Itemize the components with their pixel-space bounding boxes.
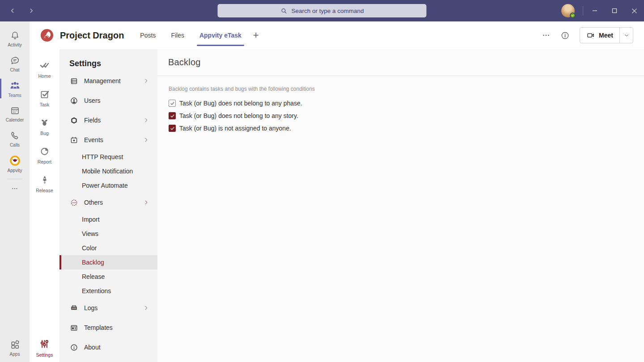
video-camera-icon: [586, 31, 595, 40]
sidebar-item-label: Calls: [10, 143, 20, 147]
settings-item-templates[interactable]: Templates: [59, 318, 157, 337]
module-settings[interactable]: Settings: [30, 333, 59, 362]
back-button[interactable]: [5, 4, 20, 18]
double-check-icon: [38, 59, 51, 71]
settings-item-extentions[interactable]: Extentions: [59, 284, 157, 298]
apps-grid-icon: [9, 339, 21, 350]
check-icon: [170, 101, 175, 106]
appvity-logo: [9, 155, 21, 167]
maximize-button[interactable]: [605, 0, 624, 21]
presence-available-icon: [570, 13, 576, 18]
forward-button[interactable]: [24, 4, 38, 18]
chevron-right-icon: [143, 78, 149, 84]
module-release[interactable]: Release: [30, 169, 59, 198]
settings-item-mobile-notification[interactable]: Mobile Notification: [59, 164, 157, 178]
settings-item-views[interactable]: Views: [59, 227, 157, 241]
settings-item-events[interactable]: Events: [59, 130, 157, 150]
header-actions: Meet: [542, 27, 633, 43]
chevron-right-icon: [143, 305, 149, 311]
sidebar-item-activity[interactable]: Activity: [0, 26, 30, 51]
settings-item-users[interactable]: Users: [59, 91, 157, 110]
settings-item-http-request[interactable]: HTTP Request: [59, 150, 157, 164]
management-icon: [69, 76, 79, 86]
page-header: Backlog: [157, 49, 644, 76]
etask-module-rail: Home Task Bug Report Release: [30, 49, 59, 362]
info-icon: [560, 31, 570, 40]
teams-title-bar: Search or type a command: [0, 0, 644, 21]
phone-icon: [9, 130, 21, 141]
sidebar-item-calls[interactable]: Calls: [0, 126, 30, 151]
hexagon-icon: [69, 116, 79, 125]
module-label: Report: [38, 159, 52, 164]
condition-row-story[interactable]: Task (or Bug) does not belong to any sto…: [169, 109, 644, 122]
sidebar-item-apps[interactable]: Apps: [0, 335, 30, 360]
module-report[interactable]: Report: [30, 140, 59, 169]
meet-split-button: Meet: [580, 27, 633, 43]
sidebar-item-appvity[interactable]: Appvity: [0, 151, 30, 176]
tab-files[interactable]: Files: [171, 21, 184, 49]
search-icon: [280, 7, 288, 15]
add-tab-button[interactable]: +: [253, 29, 259, 41]
sidebar-item-label: Activity: [8, 42, 22, 47]
settings-item-release[interactable]: Release: [59, 269, 157, 284]
settings-item-import[interactable]: Import: [59, 212, 157, 227]
ellipsis-circle-icon: [69, 198, 79, 207]
module-bug[interactable]: Bug: [30, 112, 59, 140]
backlog-settings-pane: Backlog Backlog contains tasks and bugs …: [157, 49, 644, 362]
sidebar-item-chat[interactable]: Chat: [0, 51, 30, 76]
nav-history: [0, 4, 38, 18]
settings-item-fields[interactable]: Fields: [59, 110, 157, 130]
module-task[interactable]: Task: [30, 83, 59, 112]
module-home[interactable]: Home: [30, 55, 59, 83]
chevron-right-icon: [143, 117, 149, 123]
sidebar-item-label: Chat: [10, 67, 19, 72]
settings-item-power-automate[interactable]: Power Automate: [59, 178, 157, 193]
log-badge-icon: LOG: [69, 303, 79, 313]
minimize-button[interactable]: [585, 0, 605, 21]
meet-dropdown-button[interactable]: [619, 28, 633, 43]
sliders-icon: [38, 338, 51, 350]
settings-item-management[interactable]: Management: [59, 71, 157, 91]
tab-posts[interactable]: Posts: [140, 21, 156, 49]
condition-row-assigned[interactable]: Task (or Bug) is not assigned to anyone.: [169, 122, 644, 135]
channel-info-button[interactable]: [560, 31, 570, 40]
more-options-button[interactable]: [542, 31, 551, 40]
checkbox-phase[interactable]: [169, 100, 176, 107]
sidebar-item-label: Appvity: [8, 168, 22, 173]
ellipsis-icon: [11, 185, 19, 193]
chevron-right-icon: [143, 137, 149, 143]
settings-item-color[interactable]: Color: [59, 241, 157, 255]
settings-item-about[interactable]: About: [59, 337, 157, 357]
more-options-icon: [542, 31, 551, 40]
settings-item-logs[interactable]: LOG Logs: [59, 298, 157, 318]
meet-button[interactable]: Meet: [580, 28, 619, 43]
user-avatar[interactable]: [561, 4, 575, 17]
tab-appvity-etask[interactable]: Appvity eTask: [199, 21, 242, 49]
user-circle-icon: [69, 96, 79, 105]
svg-text:LOG: LOG: [72, 307, 76, 309]
more-apps-button[interactable]: [0, 182, 30, 195]
module-label: Task: [40, 102, 50, 107]
chat-icon: [9, 55, 21, 66]
calendar-icon: [9, 105, 21, 116]
settings-item-backlog[interactable]: Backlog: [59, 255, 157, 269]
settings-item-others[interactable]: Others: [59, 193, 157, 212]
checkbox-assigned[interactable]: [169, 125, 176, 132]
info-circle-icon: [69, 343, 79, 352]
condition-row-phase[interactable]: Task (or Bug) does not belong to any pha…: [169, 97, 644, 109]
titlebar-divider: [583, 6, 583, 16]
bug-icon: [38, 116, 51, 128]
rocket-icon: [39, 174, 51, 185]
search-input[interactable]: Search or type a command: [218, 4, 427, 17]
chevron-left-icon: [9, 7, 16, 14]
module-label: Release: [36, 188, 53, 193]
checkbox-story[interactable]: [169, 112, 176, 119]
check-icon: [170, 114, 175, 118]
close-icon: [631, 8, 637, 14]
sidebar-item-teams[interactable]: Teams: [0, 76, 30, 101]
chevron-down-icon: [623, 32, 630, 38]
close-button[interactable]: [624, 0, 644, 21]
sidebar-item-calendar[interactable]: Calender: [0, 101, 30, 126]
template-card-icon: [69, 323, 79, 333]
module-label: Settings: [36, 352, 53, 358]
